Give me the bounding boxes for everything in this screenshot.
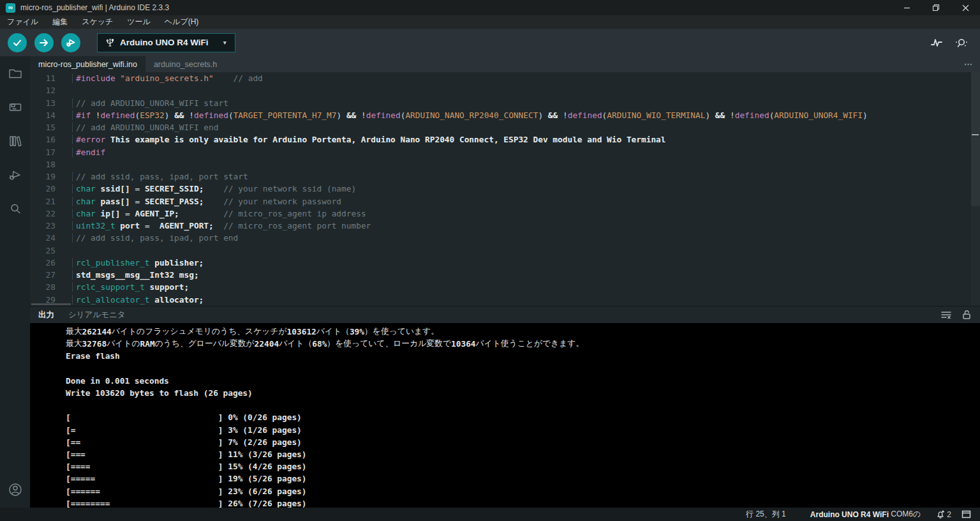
console-text: 10364 [451,339,476,349]
tab-arduino_secrets.h[interactable]: arduino_secrets.h [145,56,225,72]
console-line [66,363,980,375]
code-token: char [76,197,96,206]
minimize-button[interactable] [892,0,921,15]
unlock-icon[interactable] [962,310,971,320]
sidebar-item-account[interactable] [0,479,30,500]
sidebar-item-debug[interactable] [0,158,30,192]
code-token: TARGET_PORTENTA_H7_M7 [234,110,337,120]
menu-bar: ファイル編集スケッチツールヘルプ(H) [0,15,980,29]
code-text: char ssid[] = SECRET_SSID; // your netwo… [72,184,356,193]
code-token: pass[] [96,197,130,206]
line-number[interactable]: 26 [30,258,72,268]
restore-button[interactable] [921,0,951,15]
code-token: // your network ssid (name) [223,184,356,193]
console-text [66,364,71,374]
status-board-name: Arduino UNO R4 WiFi [810,510,889,519]
line-number[interactable]: 22 [30,209,72,218]
code-text: char pass[] = SECRET_PASS; // your netwo… [72,197,341,206]
sidebar-item-library-manager[interactable] [0,124,30,158]
console-text: 68% [312,339,327,349]
tab-micro-ros_publisher_wifi.ino[interactable]: micro-ros_publisher_wifi.ino [30,56,145,72]
code-token: ( [228,110,234,120]
line-number[interactable]: 18 [30,160,72,169]
tab-serial-monitor[interactable]: シリアルモニタ [64,310,130,321]
cursor-position[interactable]: 行 25、列 1 [741,508,791,521]
line-number[interactable]: 24 [30,233,72,243]
line-number[interactable]: 28 [30,282,72,292]
code-token: This example is only avaible for Arduino… [105,135,665,144]
sketchbook-folder-icon [8,66,23,81]
tab-overflow-button[interactable]: ⋯ [964,56,974,72]
line-number[interactable]: 13 [30,98,72,108]
sidebar-item-boards-manager[interactable] [0,90,30,124]
menu-item[interactable]: スケッチ [75,15,120,29]
line-number[interactable]: 12 [30,86,72,95]
console-text: [==== ] 15% (4/26 pages) [66,462,307,471]
serial-monitor-icon[interactable] [954,37,969,49]
code-text: rcl_publisher_t publisher; [72,258,204,268]
console-text: Erase flash [66,351,120,361]
code-token: defined [101,110,135,120]
bell-icon [936,510,945,519]
debug-icon [8,167,23,183]
line-number[interactable]: 15 [30,123,72,132]
verify-button[interactable] [8,33,27,52]
code-token: ARDUINO_WIO_TERMINAL [607,110,705,120]
menu-item[interactable]: ファイル [0,15,45,29]
line-number[interactable]: 11 [30,73,72,83]
horizontal-scrollbar-thumb[interactable] [31,303,71,305]
code-token: rcl_allocator_t [76,295,150,305]
window-controls [892,0,980,15]
tab-output[interactable]: 出力 [34,310,58,321]
code-token: support; [145,282,189,292]
notifications-button[interactable]: 2 [931,508,956,521]
code-text: // add ARDUINO_UNOR4_WIFI end [72,123,218,132]
console-text: 262144 [82,327,112,336]
line-number[interactable]: 19 [30,172,72,181]
code-token: // add ARDUINO_UNOR4_WIFI end [76,123,218,132]
vertical-scrollbar[interactable] [971,72,980,306]
clear-output-icon[interactable] [940,310,952,320]
notification-count: 2 [947,510,951,519]
start-debug-button[interactable] [61,33,80,52]
toggle-panel-button[interactable] [956,508,976,521]
console-line: Erase flash [66,350,980,362]
status-board-port[interactable]: Arduino UNO R4 WiFi COM6の [805,508,926,521]
code-token: = [130,184,145,193]
code-token: AGENT_IP; [135,209,179,218]
menu-item[interactable]: ツール [120,15,158,29]
line-number[interactable]: 21 [30,197,72,206]
check-icon [12,38,22,48]
code-token: // your network password [223,197,341,206]
code-token: ip[] [96,209,121,218]
sidebar-item-sketchbook[interactable] [0,56,30,90]
sidebar-item-search[interactable] [0,192,30,225]
line-number[interactable]: 23 [30,221,72,230]
console-text: バイトの [107,338,140,349]
code-token: // add ssid, pass, ipad, port end [76,233,238,243]
upload-button[interactable] [34,33,54,52]
close-button[interactable] [951,0,980,15]
code-token: ) [863,110,868,120]
line-number[interactable]: 25 [30,246,72,255]
line-number[interactable]: 14 [30,110,72,120]
line-number[interactable]: 16 [30,135,72,144]
code-token: ) [165,110,174,120]
vertical-scrollbar-thumb[interactable] [971,72,980,206]
console-text: [= ] 3% (1/26 pages) [66,425,302,435]
menu-item[interactable]: ヘルプ(H) [158,15,206,29]
line-number[interactable]: 27 [30,270,72,280]
code-token: ) [336,110,346,120]
code-token: #error [76,135,105,144]
code-token: && [174,110,184,120]
line-number[interactable]: 17 [30,147,72,157]
menu-item[interactable]: 編集 [45,15,75,29]
code-token: #if [76,110,91,120]
code-editor[interactable]: 11#include "arduino_secrets.h" // add121… [30,72,980,306]
line-number[interactable]: 20 [30,184,72,193]
serial-plotter-icon[interactable] [930,37,943,49]
editor-lines: 11#include "arduino_secrets.h" // add121… [30,72,980,306]
board-selector[interactable]: Arduino UNO R4 WiFi ▾ [97,33,235,52]
code-token: allocator; [150,295,204,305]
code-text: #if !defined(ESP32) && !defined(TARGET_P… [72,110,868,120]
